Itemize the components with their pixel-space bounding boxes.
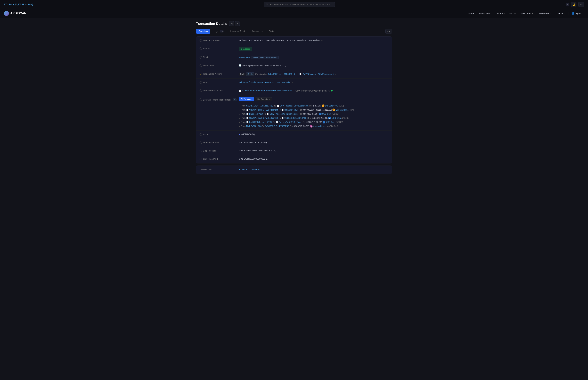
- net-transfers-tab[interactable]: Net Transfers: [255, 97, 272, 101]
- nav-item-blockchain[interactable]: Blockchain ▾: [477, 11, 493, 16]
- nav-item-tokens[interactable]: Tokens ▾: [494, 11, 507, 16]
- show-more-text: Click to show more: [241, 168, 260, 171]
- transfer-to-link[interactable]: 0x9C96CFe9...4f76B5E4B: [265, 125, 289, 127]
- more-details-label: More Details:: [200, 168, 239, 171]
- transfer-from-link[interactable]: Null: 0x000...000: [246, 125, 262, 127]
- chevron-down-icon: ▾: [491, 12, 491, 14]
- tab-state-label: State: [269, 30, 274, 33]
- eth-price-value: $3,153.99 (+1.68%): [15, 3, 33, 6]
- nav-nfts-label: NFTs: [509, 12, 514, 15]
- arrow-icon: ▶: [239, 113, 240, 115]
- token-name-link[interactable]: USD Coin: [326, 121, 335, 123]
- contract-icon: 📄: [276, 121, 278, 123]
- search-input[interactable]: [269, 3, 333, 6]
- transfer-from-link[interactable]: 0xE451141f...8Ee6335b2: [246, 105, 273, 107]
- transfer-from-link[interactable]: 0xd309BB9e...c1f13A886: [249, 121, 272, 123]
- timestamp-row: i Timestamp: 🕐 8 hrs ago (Nov-16-2024 01…: [196, 62, 392, 70]
- status-text: Success: [243, 48, 250, 50]
- transfer-to-link[interactable]: 0xd309BB9e...c1f13A886: [285, 117, 308, 119]
- transfer-to-link[interactable]: Aave: aArbUSDCn Token: [279, 121, 302, 123]
- theme-toggle-button[interactable]: 🌙: [571, 2, 576, 7]
- tab-overview[interactable]: Overview: [196, 29, 210, 34]
- for-label-t: For: [303, 121, 306, 123]
- copy-from-button[interactable]: ⎘: [291, 81, 293, 84]
- all-transfers-tab[interactable]: All Transfers: [239, 97, 254, 101]
- contract-icon: 📄: [246, 117, 248, 119]
- tab-logs[interactable]: Logs 19: [211, 29, 226, 34]
- chevron-down-icon: ▾: [532, 12, 533, 14]
- next-arrow-button[interactable]: ▶: [235, 21, 240, 26]
- gas-price-paid-value: 0.01 Gwei (0.00000000001 ETH): [239, 157, 388, 160]
- transaction-fee-label: i Transaction Fee:: [200, 141, 239, 144]
- interacted-name-text: (CoW Protocol: GPv2Settlement): [295, 90, 327, 92]
- transfer-to-link[interactable]: Balancer: Vault: [285, 109, 298, 111]
- logo[interactable]: ARBISCAN: [4, 11, 26, 16]
- nav-tokens-label: Tokens: [496, 12, 503, 15]
- token-name-link[interactable]: USD Coin: [332, 117, 341, 119]
- prev-arrow-button[interactable]: ◀: [229, 21, 234, 26]
- action-call-badge: Call: [239, 73, 245, 76]
- token-symbol: (USDC): [336, 121, 343, 123]
- nav-separator: |: [553, 12, 555, 15]
- info-icon: i: [200, 150, 202, 152]
- nav-item-nfts[interactable]: NFTs ▾: [507, 11, 518, 16]
- tab-advanced-txinfo[interactable]: Advanced TxInfo: [227, 29, 248, 34]
- nav-links: Home Blockchain ▾ Tokens ▾ NFTs ▾ Resour…: [467, 11, 584, 16]
- erc20-row: i ERC-20 Tokens Transferred: 6 All Trans…: [196, 95, 392, 131]
- to-label-t: To: [279, 109, 281, 111]
- nav-developers-label: Developers: [538, 12, 549, 15]
- edit-icon[interactable]: ✏: [335, 73, 337, 76]
- value-label: i Value:: [200, 133, 239, 136]
- contract-icon: 📄: [246, 109, 248, 111]
- tab-state[interactable]: State: [266, 29, 276, 34]
- token-symbol: (USDC): [332, 113, 339, 115]
- interacted-with-value: 📄 0x9008D19F58AABd9eD0D60971565AA8510560…: [239, 89, 388, 92]
- show-more-link[interactable]: + Click to show more: [239, 168, 260, 171]
- page-title: Transaction Details: [196, 22, 227, 26]
- nav-blockchain-label: Blockchain: [479, 12, 490, 15]
- token-name-link[interactable]: Dai Stableco...: [325, 105, 338, 107]
- svg-line-1: [267, 5, 268, 5]
- settings-icon-button[interactable]: ⚙: [578, 2, 584, 7]
- transfer-from-link[interactable]: CoW Protocol: GPv2Settlement: [249, 117, 278, 119]
- token-name-link[interactable]: Dai Stableco...: [336, 109, 349, 111]
- action-on-label: on: [296, 73, 298, 76]
- signin-button[interactable]: 👤 Sign In: [570, 11, 584, 16]
- eth-icon: ◆: [239, 133, 240, 135]
- search-bar[interactable]: [264, 2, 335, 7]
- tab-overview-label: Overview: [199, 30, 208, 33]
- transfer-to-link[interactable]: CoW Protocol: GPv2Settlement: [269, 113, 298, 115]
- interacted-address-link[interactable]: 0x9008D19F58AABd9eD0D60971565AA8510560ab…: [242, 90, 294, 92]
- list-view-button[interactable]: ≡ ▾: [385, 29, 392, 34]
- transfer-from-link[interactable]: CoW Protocol: GPv2Settlement: [249, 109, 278, 111]
- action-settle-badge: Settle: [246, 73, 254, 76]
- action-from-link[interactable]: 0xba36CEfb...81E095Ff8: [268, 73, 295, 75]
- chevron-down-icon: ▾: [564, 12, 565, 14]
- usdc-token-icon: U: [322, 121, 325, 123]
- timestamp-label: i Timestamp:: [200, 64, 239, 67]
- info-icon: i: [200, 142, 202, 144]
- token-symbol: (aARBUS...): [327, 125, 338, 127]
- transfer-from-link[interactable]: Balancer: Vault: [249, 113, 263, 115]
- nav-item-more[interactable]: More ▾: [556, 11, 567, 16]
- copy-to-button[interactable]: ⎘: [328, 89, 330, 92]
- block-number-link[interactable]: 275079805: [239, 56, 250, 59]
- nav-item-home[interactable]: Home: [467, 11, 476, 16]
- action-contract-link[interactable]: CoW Protocol: GPv2Settlement: [303, 73, 334, 76]
- transaction-action-value: Call Settle Function by 0xba36CEfb...81E…: [239, 73, 388, 76]
- nav-item-developers[interactable]: Developers ▾: [536, 11, 553, 16]
- erc20-label: i ERC-20 Tokens Transferred: 6: [200, 97, 239, 101]
- transfer-amount: 0.988212 ($0.99): [306, 121, 322, 123]
- token-name-link[interactable]: Aave Arbitru...: [313, 125, 326, 127]
- tab-access-list[interactable]: Access List: [249, 29, 266, 34]
- token-symbol: (USDC): [341, 117, 349, 119]
- transfer-to-link[interactable]: CoW Protocol: GPv2Settlement: [280, 105, 308, 107]
- copy-hash-button[interactable]: ⎘: [321, 39, 323, 42]
- nav-item-resources[interactable]: Resources ▾: [519, 11, 535, 16]
- from-address-link[interactable]: 0xba36CEfb45d1CdD2AE30a899C432c5081E095F…: [239, 81, 290, 84]
- token-name-link[interactable]: USD Coin: [322, 113, 331, 115]
- eth-price: ETH Price: $3,153.99 (+1.68%): [4, 3, 33, 6]
- transaction-hash-value: 0xfb00115d47593cc5d12168ec0ab4774ce6a179…: [239, 39, 388, 42]
- topbar: ETH Price: $3,153.99 (+1.68%) / 🌙 ⚙: [0, 0, 588, 9]
- nav-home-label: Home: [469, 12, 474, 15]
